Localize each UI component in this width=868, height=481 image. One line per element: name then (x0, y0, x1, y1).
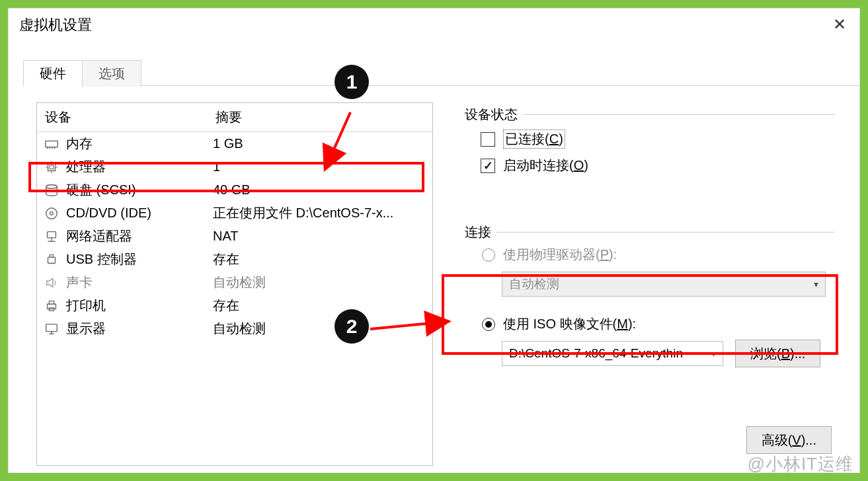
sound-icon (44, 275, 59, 291)
titlebar: 虚拟机设置 (9, 9, 859, 42)
col-summary: 摘要 (208, 103, 432, 131)
device-summary: 存在 (213, 297, 426, 314)
device-summary: 正在使用文件 D:\CentOS-7-x... (213, 204, 426, 222)
svg-rect-17 (48, 257, 56, 263)
checkbox-connect-on-start-label: 启动时连接(O) (503, 157, 588, 174)
iso-row: D:\CentOS-7-x86_64-Everythin ▾ 浏览(B)... (502, 340, 832, 367)
checkbox-connect-on-start-box (481, 159, 495, 173)
device-name: 声卡 (66, 274, 213, 291)
group-connection-title: 连接 (465, 223, 496, 241)
cd-icon (44, 205, 59, 221)
memory-icon (44, 136, 59, 152)
device-table: 设备 摘要 内存1 GB处理器1硬盘 (SCSI)40 GBCD/DVD (ID… (36, 102, 433, 466)
svg-rect-19 (48, 304, 56, 309)
tab-options-label: 选项 (99, 66, 125, 81)
device-summary: 1 (213, 159, 426, 174)
window-title: 虚拟机设置 (19, 15, 92, 35)
group-device-status: 设备状态 已连接(C) 启动时连接(O) (465, 114, 835, 185)
settings-window: 虚拟机设置 ✕ 硬件 选项 设备 摘要 内存1 GB处理器1硬盘 (SCSI)4… (8, 8, 860, 473)
dropdown-iso-path-value: D:\CentOS-7-x86_64-Everythin (509, 346, 683, 361)
net-icon (44, 229, 59, 244)
checkbox-connected[interactable]: 已连接(C) (481, 130, 832, 149)
printer-icon (44, 298, 59, 314)
dropdown-physical-drive-value: 自动检测 (509, 276, 559, 293)
tab-hardware[interactable]: 硬件 (23, 60, 83, 87)
group-connection: 连接 使用物理驱动器(P): 自动检测 ▾ 使用 ISO 映像文件(M): (465, 232, 835, 373)
group-device-status-title: 设备状态 (465, 106, 523, 124)
chevron-down-icon: ▾ (711, 348, 716, 359)
svg-rect-6 (50, 165, 54, 169)
svg-point-11 (46, 184, 58, 188)
device-name: 显示器 (66, 320, 213, 338)
dropdown-iso-path[interactable]: D:\CentOS-7-x86_64-Everythin ▾ (502, 341, 723, 366)
table-row[interactable]: 显示器自动检测 (37, 317, 432, 340)
browse-button[interactable]: 浏览(B)... (735, 340, 820, 367)
device-summary: 1 GB (213, 136, 426, 151)
svg-rect-0 (46, 141, 58, 147)
tab-bar: 硬件 选项 (23, 60, 141, 87)
svg-point-13 (50, 211, 54, 215)
radio-iso-file-label: 使用 ISO 映像文件(M): (503, 315, 636, 333)
checkbox-connect-on-start[interactable]: 启动时连接(O) (481, 157, 832, 174)
table-row[interactable]: 硬盘 (SCSI)40 GB (37, 178, 432, 202)
svg-rect-22 (46, 324, 58, 331)
advanced-button[interactable]: 高级(V)... (746, 426, 832, 454)
radio-physical-drive-circle (482, 248, 495, 262)
radio-iso-file-circle (482, 318, 495, 331)
tab-hardware-label: 硬件 (40, 66, 66, 81)
svg-point-12 (46, 207, 58, 219)
dropdown-physical-drive: 自动检测 ▾ (502, 272, 826, 297)
tab-panel-border (23, 85, 859, 86)
svg-rect-5 (48, 163, 56, 170)
tab-options[interactable]: 选项 (82, 60, 141, 87)
chevron-down-icon: ▾ (814, 279, 818, 289)
col-device: 设备 (37, 103, 208, 131)
device-name: 网络适配器 (66, 227, 213, 245)
device-summary: 40 GB (213, 182, 426, 198)
disk-icon (44, 182, 59, 198)
table-row[interactable]: 打印机存在 (37, 294, 432, 317)
device-summary: NAT (213, 229, 426, 244)
table-row[interactable]: USB 控制器存在 (37, 248, 432, 271)
device-name: 内存 (66, 135, 213, 153)
radio-physical-drive[interactable]: 使用物理驱动器(P): (482, 246, 832, 264)
body-area: 硬件 选项 设备 摘要 内存1 GB处理器1硬盘 (SCSI)40 GBCD/D… (9, 42, 859, 472)
table-row[interactable]: 处理器1 (37, 155, 432, 178)
table-row[interactable]: 内存1 GB (37, 132, 432, 155)
radio-iso-file[interactable]: 使用 ISO 映像文件(M): (482, 315, 832, 333)
table-row[interactable]: CD/DVD (IDE)正在使用文件 D:\CentOS-7-x... (37, 202, 432, 225)
device-summary: 自动检测 (213, 320, 426, 338)
checkbox-connected-box (481, 132, 495, 147)
display-icon (44, 321, 59, 337)
svg-rect-14 (48, 231, 56, 237)
close-icon: ✕ (833, 15, 846, 34)
radio-physical-drive-label: 使用物理驱动器(P): (503, 246, 617, 264)
device-table-header: 设备 摘要 (37, 103, 432, 132)
checkbox-connected-label: 已连接(C) (503, 130, 565, 149)
close-button[interactable]: ✕ (820, 10, 859, 39)
usb-icon (44, 252, 59, 268)
device-name: USB 控制器 (66, 250, 213, 268)
table-row[interactable]: 声卡自动检测 (37, 271, 432, 294)
device-name: 打印机 (66, 297, 213, 314)
device-summary: 存在 (213, 250, 426, 268)
svg-rect-18 (50, 254, 54, 257)
cpu-icon (44, 159, 59, 175)
device-name: 处理器 (66, 158, 213, 176)
device-name: CD/DVD (IDE) (66, 205, 213, 221)
device-summary: 自动检测 (213, 274, 426, 291)
device-name: 硬盘 (SCSI) (66, 181, 213, 199)
table-row[interactable]: 网络适配器NAT (37, 225, 432, 248)
